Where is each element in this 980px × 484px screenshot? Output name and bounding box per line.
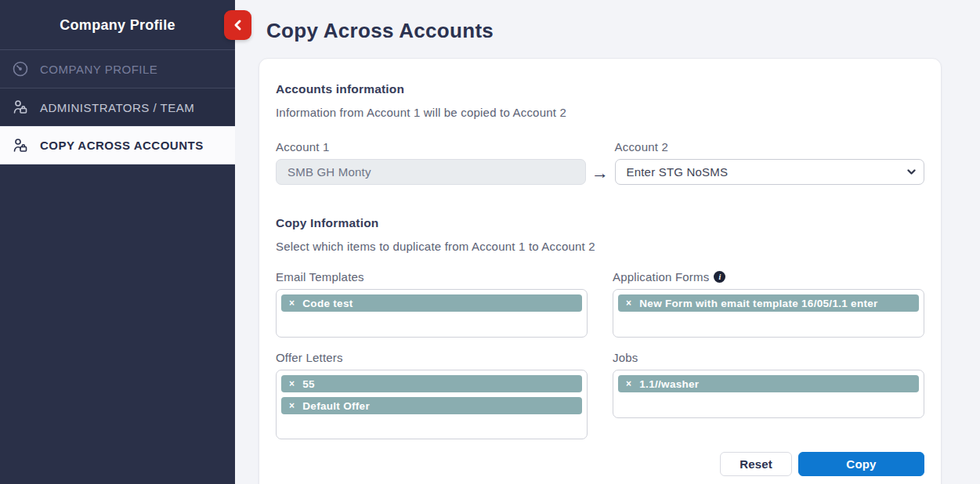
sidebar-nav: COMPANY PROFILE ADMINISTRATORS / TEAM	[0, 49, 235, 164]
account2-select[interactable]: Enter STG NoSMS	[615, 159, 925, 185]
remove-tag-icon[interactable]: ×	[289, 298, 295, 308]
sidebar-item-copy-across-accounts[interactable]: COPY ACROSS ACCOUNTS	[0, 126, 235, 164]
email-templates-label: Email Templates	[276, 270, 588, 284]
tag-label: Default Offer	[302, 400, 370, 412]
selected-item-tag: × 55	[281, 375, 582, 392]
tag-label: Code test	[302, 298, 353, 309]
email-templates-multiselect[interactable]: × Code test	[276, 289, 588, 338]
info-icon[interactable]: i	[714, 271, 725, 283]
selected-item-tag: × Code test	[281, 294, 582, 312]
form-actions: Reset Copy	[276, 452, 924, 476]
offer-letters-multiselect[interactable]: × 55 × Default Offer	[276, 370, 588, 439]
remove-tag-icon[interactable]: ×	[289, 401, 295, 410]
accounts-information-section: Accounts information Information from Ac…	[276, 82, 924, 185]
sidebar-item-company-profile[interactable]: COMPANY PROFILE	[0, 49, 235, 88]
page-title: Copy Across Accounts	[259, 19, 942, 43]
dashboard-gauge-icon	[11, 60, 30, 78]
account2-field-group: Account 2 Enter STG NoSMS	[615, 140, 925, 185]
tag-label: 1.1//washer	[639, 378, 699, 390]
sidebar: Company Profile COMPANY PROFILE	[0, 0, 235, 484]
account1-label: Account 1	[276, 140, 586, 154]
application-forms-group: Application Forms i × New Form with emai…	[613, 270, 924, 338]
arrow-right-icon: →	[586, 164, 615, 185]
remove-tag-icon[interactable]: ×	[626, 379, 631, 388]
jobs-multiselect[interactable]: × 1.1//washer	[613, 370, 924, 418]
copy-across-accounts-card: Accounts information Information from Ac…	[259, 58, 942, 484]
copy-accounts-icon	[11, 136, 30, 155]
jobs-group: Jobs × 1.1//washer	[613, 351, 924, 418]
main-content: Copy Across Accounts Accounts informatio…	[235, 0, 980, 484]
copy-groups-grid: Email Templates × Code test Application …	[276, 270, 924, 439]
sidebar-item-label: ADMINISTRATORS / TEAM	[40, 101, 194, 114]
copy-information-heading: Copy Information	[276, 216, 924, 230]
account2-label: Account 2	[615, 140, 925, 154]
sidebar-title: Company Profile	[0, 0, 235, 49]
selected-item-tag: × Default Offer	[281, 397, 582, 414]
copy-information-description: Select which items to duplicate from Acc…	[276, 240, 924, 253]
selected-item-tag: × New Form with emait template 16/05/1.1…	[618, 294, 919, 312]
reset-button[interactable]: Reset	[720, 452, 792, 476]
copy-information-section: Copy Information Select which items to d…	[276, 216, 924, 439]
offer-letters-group: Offer Letters × 55 × Default Offer	[276, 351, 588, 439]
sidebar-collapse-button[interactable]	[224, 10, 251, 40]
tag-label: 55	[302, 378, 315, 390]
offer-letters-label: Offer Letters	[276, 351, 588, 364]
accounts-row: Account 1 → Account 2 Enter STG NoSMS	[276, 140, 924, 185]
application-forms-label-text: Application Forms	[613, 270, 709, 284]
remove-tag-icon[interactable]: ×	[289, 379, 295, 388]
copy-button[interactable]: Copy	[798, 452, 924, 476]
team-member-icon	[11, 98, 30, 117]
chevron-left-icon	[233, 19, 244, 31]
jobs-label: Jobs	[613, 351, 924, 364]
email-templates-group: Email Templates × Code test	[276, 270, 588, 338]
accounts-information-heading: Accounts information	[276, 82, 924, 96]
sidebar-item-label: COPY ACROSS ACCOUNTS	[40, 139, 204, 152]
selected-item-tag: × 1.1//washer	[618, 375, 919, 392]
sidebar-item-label: COMPANY PROFILE	[40, 63, 157, 76]
account1-input	[276, 159, 586, 185]
application-forms-multiselect[interactable]: × New Form with emait template 16/05/1.1…	[613, 289, 924, 338]
accounts-information-description: Information from Account 1 will be copie…	[276, 106, 924, 119]
sidebar-item-administrators-team[interactable]: ADMINISTRATORS / TEAM	[0, 88, 235, 126]
remove-tag-icon[interactable]: ×	[626, 298, 631, 308]
tag-label: New Form with emait template 16/05/1.1 e…	[639, 298, 877, 309]
application-forms-label: Application Forms i	[613, 270, 924, 284]
account1-field-group: Account 1	[276, 140, 586, 185]
